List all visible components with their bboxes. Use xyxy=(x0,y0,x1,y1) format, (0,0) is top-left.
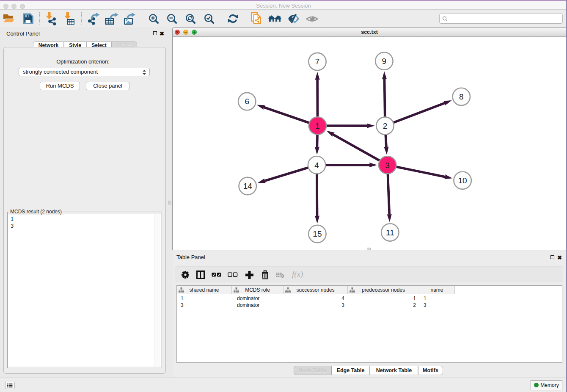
svg-text:10: 10 xyxy=(458,176,467,185)
svg-text:4: 4 xyxy=(314,161,319,170)
svg-text:11: 11 xyxy=(386,228,394,237)
svg-text:14: 14 xyxy=(243,182,253,190)
svg-text:15: 15 xyxy=(313,229,322,238)
svg-text:8: 8 xyxy=(459,92,464,101)
svg-text:7: 7 xyxy=(315,57,320,66)
svg-text:2: 2 xyxy=(383,121,388,130)
svg-text:9: 9 xyxy=(382,57,387,66)
svg-text:1: 1 xyxy=(315,121,320,130)
svg-text:3: 3 xyxy=(385,161,390,170)
svg-text:6: 6 xyxy=(245,97,250,106)
